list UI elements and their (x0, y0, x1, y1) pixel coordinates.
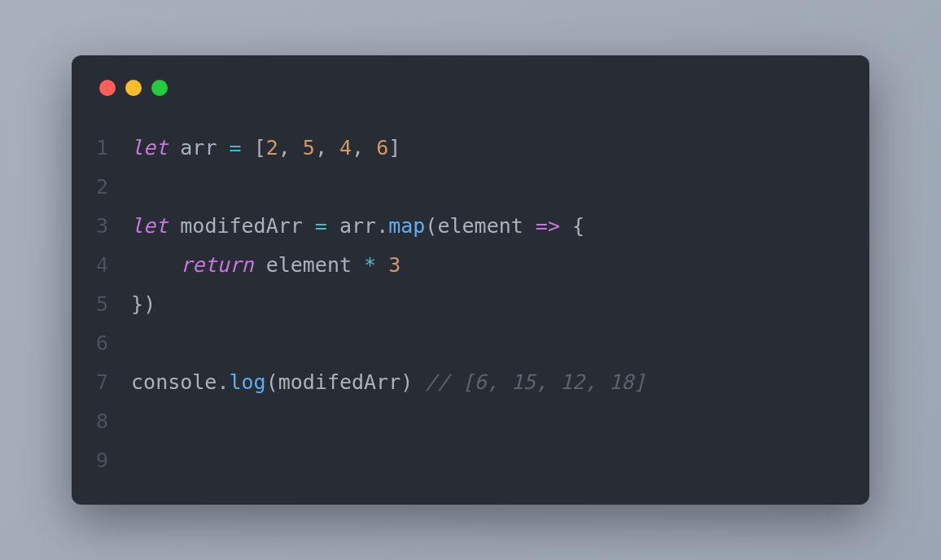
number: 3 (388, 253, 400, 277)
code-line-1: let arr = [2, 5, 4, 6] (131, 129, 646, 168)
close-icon[interactable] (99, 80, 116, 96)
number: 2 (266, 136, 278, 160)
line-number: 5 (96, 285, 108, 324)
code-area: 1 2 3 4 5 6 7 8 9 let arr = [2, 5, 4, 6]… (96, 129, 838, 480)
identifier: arr (339, 214, 376, 238)
maximize-icon[interactable] (151, 80, 168, 96)
line-number: 3 (96, 207, 108, 246)
line-number: 1 (96, 129, 108, 168)
window-controls (96, 80, 838, 96)
code-line-7: console.log(modifedArr) // [6, 15, 12, 1… (131, 363, 646, 402)
identifier: arr (180, 136, 217, 160)
code-line-4: return element * 3 (131, 246, 646, 285)
keyword-return: return (180, 253, 253, 277)
number: 4 (339, 136, 352, 160)
bracket: [ (254, 136, 266, 160)
code-line-9 (131, 441, 646, 480)
keyword-let: let (131, 136, 168, 160)
minimize-icon[interactable] (125, 80, 142, 96)
code-line-2 (131, 168, 646, 207)
line-number: 4 (96, 246, 108, 285)
number: 6 (376, 136, 388, 160)
operator: = (230, 136, 242, 160)
operator: = (315, 214, 327, 238)
line-number: 9 (96, 441, 108, 480)
console-object: console (131, 370, 217, 394)
bracket: ] (388, 136, 400, 160)
code-window: 1 2 3 4 5 6 7 8 9 let arr = [2, 5, 4, 6]… (72, 55, 869, 505)
identifier: element (266, 253, 352, 277)
number: 5 (303, 136, 315, 160)
line-number: 6 (96, 324, 108, 363)
identifier: modifedArr (180, 214, 303, 238)
method-map: map (388, 214, 425, 238)
keyword-let: let (131, 214, 168, 238)
identifier: modifedArr (278, 370, 401, 394)
method-log: log (229, 370, 265, 394)
line-number: 7 (96, 363, 108, 402)
operator: * (364, 253, 376, 277)
line-numbers: 1 2 3 4 5 6 7 8 9 (96, 129, 108, 480)
code-content: let arr = [2, 5, 4, 6] let modifedArr = … (131, 129, 646, 480)
line-number: 2 (96, 168, 108, 207)
code-line-3: let modifedArr = arr.map(element => { (131, 207, 646, 246)
bracket: { (572, 214, 584, 238)
comment: // [6, 15, 12, 18] (425, 370, 646, 394)
bracket: } (131, 292, 143, 316)
code-line-5: }) (131, 285, 646, 324)
arrow-operator: => (536, 214, 560, 238)
line-number: 8 (96, 402, 108, 441)
code-line-8 (131, 402, 646, 441)
parameter: element (437, 214, 523, 238)
code-line-6 (131, 324, 646, 363)
